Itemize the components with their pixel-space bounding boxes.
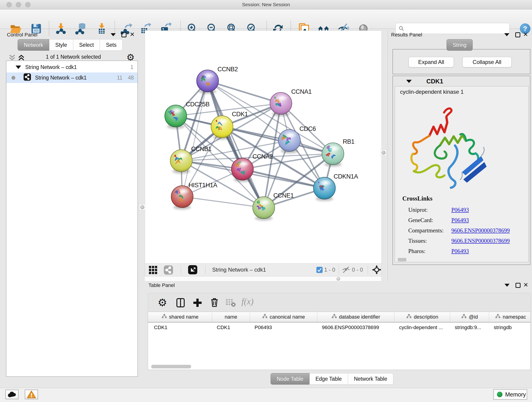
- table-options-gear-icon[interactable]: ⚙: [158, 296, 167, 309]
- network-node-RB1[interactable]: [322, 143, 344, 167]
- tab-sets[interactable]: Sets: [100, 39, 123, 51]
- crosslink-row: GeneCard:P06493: [408, 215, 523, 225]
- collection-count: 1: [130, 64, 133, 70]
- table-cell[interactable]: cyclin-dependent ...: [394, 322, 450, 332]
- horizontal-splitter[interactable]: [145, 276, 381, 281]
- column-visibility-icon[interactable]: [175, 297, 186, 309]
- node-label-CCNA2: CCNA2: [253, 153, 273, 160]
- network-column-icon: [495, 314, 500, 320]
- results-entry-box: CDK1 cyclin-dependent kinase 1: [393, 76, 530, 265]
- network-node-CDKN1A[interactable]: [313, 177, 336, 201]
- entry-header-row[interactable]: CDK1: [393, 76, 530, 86]
- collapse-all-button[interactable]: Collapse All: [462, 57, 512, 67]
- table-cell[interactable]: P06493: [250, 322, 317, 332]
- entry-collapse-icon[interactable]: [406, 80, 412, 83]
- title-bar: Session: New Session: [0, 0, 532, 9]
- selected-node-edge-counts: 1 - 0: [324, 267, 335, 273]
- collection-expand-icon[interactable]: [16, 65, 21, 69]
- crosslink-link[interactable]: 9606.ENSP00000378699: [451, 227, 510, 234]
- splitter-handle-dot[interactable]: [336, 277, 340, 281]
- tab-network[interactable]: Network: [18, 39, 49, 51]
- application-window: Session: New Session: [0, 0, 532, 402]
- network-node-CCNA1[interactable]: [270, 92, 292, 116]
- results-panel-close-icon[interactable]: ✕: [523, 32, 528, 37]
- network-graph[interactable]: CCNB2CCNA1CDC25BCDK1CDC6RB1CCNB1CCNA2CDK…: [145, 31, 381, 264]
- table-cell[interactable]: stringdb:9...: [450, 322, 489, 332]
- network-collection-row[interactable]: String Network – cdk1 1: [6, 62, 138, 72]
- column-header-canonical-name[interactable]: canonical name: [250, 312, 317, 322]
- tab-select[interactable]: Select: [73, 39, 100, 51]
- results-panel-float-icon[interactable]: [515, 32, 520, 37]
- network-node-CDC6[interactable]: [278, 129, 300, 153]
- status-bar: [0, 388, 532, 402]
- node-label-CCNE1: CCNE1: [273, 192, 294, 199]
- table-panel-menu-icon[interactable]: [505, 284, 510, 287]
- table-hscrollbar-thumb[interactable]: [151, 365, 191, 368]
- results-panel-menu-icon[interactable]: [504, 33, 509, 36]
- table-cell[interactable]: CDK1: [148, 322, 212, 332]
- network-view-canvas[interactable]: CCNB2CCNA1CDC25BCDK1CDC6RB1CCNB1CCNA2CDK…: [145, 31, 382, 264]
- table-cell[interactable]: 9606.ENSP00000378699: [317, 322, 394, 332]
- network-row-selected[interactable]: String Network – cdk1 11 48: [6, 72, 138, 83]
- crosslink-label: Pharos:: [408, 248, 451, 254]
- network-node-count: 11: [117, 75, 123, 81]
- tab-style[interactable]: Style: [49, 39, 73, 51]
- tab-node-table[interactable]: Node Table: [271, 373, 310, 385]
- control-panel-menu-icon[interactable]: [111, 33, 116, 36]
- tab-edge-table[interactable]: Edge Table: [310, 373, 348, 385]
- table-cell[interactable]: stringdb: [489, 322, 531, 332]
- node-label-HIST1H1A: HIST1H1A: [189, 182, 217, 189]
- crosslink-link[interactable]: P06493: [451, 248, 469, 254]
- window-zoom-button[interactable]: [25, 2, 31, 7]
- main-toolbar: ?: [0, 9, 532, 29]
- crosslink-link[interactable]: P06493: [451, 217, 469, 223]
- tab-network-table[interactable]: Network Table: [348, 373, 393, 385]
- expand-all-button[interactable]: Expand All: [409, 57, 454, 67]
- add-column-icon[interactable]: [192, 297, 203, 309]
- memory-button[interactable]: Memory: [493, 389, 527, 400]
- delete-table-icon: [225, 299, 236, 308]
- control-panel-close-icon[interactable]: ✕: [130, 32, 135, 37]
- network-label: String Network – cdk1: [35, 75, 87, 81]
- current-network-name: String Network – cdk1: [212, 267, 266, 273]
- table-panel-float-icon[interactable]: [515, 283, 520, 288]
- delete-column-icon[interactable]: [209, 297, 220, 309]
- crosslink-row: Uniprot:P06493: [408, 205, 523, 215]
- network-node-HIST1H1A[interactable]: [171, 186, 193, 210]
- network-edge-CCNB2-CCNA1[interactable]: [208, 81, 281, 103]
- table-row[interactable]: CDK1CDK1P064939606.ENSP00000378699cyclin…: [148, 322, 530, 332]
- crosslink-link[interactable]: 9606.ENSP00000378699: [451, 238, 510, 244]
- inner-scrollbar-thumb[interactable]: [398, 258, 406, 261]
- window-close-button[interactable]: [6, 2, 12, 7]
- crosslink-link[interactable]: P06493: [451, 207, 469, 213]
- network-node-CDC25B[interactable]: [165, 105, 187, 129]
- left-splitter-handle[interactable]: [139, 204, 145, 210]
- open-in-browser-icon[interactable]: [188, 265, 197, 275]
- fit-selected-crosshair-icon[interactable]: [372, 265, 381, 275]
- column-header-database-identifier[interactable]: database identifier: [317, 312, 394, 322]
- warning-status-button[interactable]: [25, 390, 38, 399]
- control-panel-float-icon[interactable]: [121, 32, 127, 37]
- birds-eye-grid-icon[interactable]: [149, 266, 157, 275]
- network-node-CCNE1[interactable]: [253, 197, 275, 220]
- cloud-status-button[interactable]: [5, 390, 19, 399]
- table-type-tabs: Node TableEdge TableNetwork Table: [271, 373, 393, 385]
- column-header-namespac[interactable]: namespac: [489, 312, 531, 322]
- column-header-description[interactable]: description: [394, 312, 450, 322]
- network-node-CCNB1[interactable]: [170, 150, 192, 173]
- results-actions-box: Expand All Collapse All: [393, 49, 530, 74]
- network-edge-CCNB2-CCNE1[interactable]: [208, 81, 264, 208]
- selected-checkbox-icon[interactable]: [317, 267, 323, 274]
- column-header-@id[interactable]: @id: [450, 312, 489, 322]
- right-splitter-handle[interactable]: [380, 150, 386, 156]
- network-edge-count: 48: [128, 75, 134, 81]
- network-edge-HIST1H1A-CCNE1[interactable]: [182, 197, 264, 208]
- column-header-name[interactable]: name: [212, 312, 250, 322]
- column-header-shared-name[interactable]: shared name: [148, 312, 212, 322]
- table-cell[interactable]: CDK1: [212, 322, 250, 332]
- window-minimize-button[interactable]: [16, 2, 21, 7]
- hidden-node-edge-counts: 0 - 0: [352, 267, 363, 273]
- table-panel-close-icon[interactable]: ✕: [523, 282, 528, 288]
- string-style-toggle-icon[interactable]: [164, 265, 173, 275]
- table-header-row: shared namenamecanonical namedatabase id…: [148, 312, 530, 322]
